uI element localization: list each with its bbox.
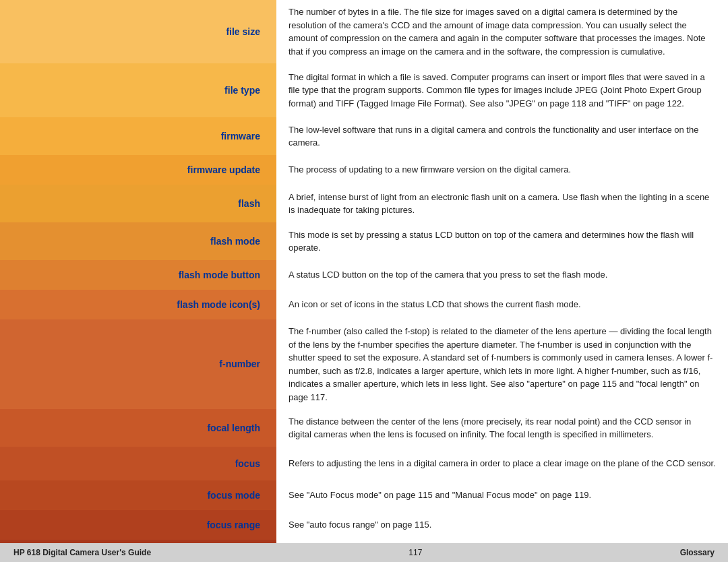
footer-left: HP 618 Digital Camera User's Guide bbox=[13, 548, 151, 557]
term-label-firmware: firmware bbox=[221, 130, 260, 142]
term-label-flash-mode-icons: flash mode icon(s) bbox=[177, 299, 260, 311]
definition-file-size: The number of bytes in a file. The file … bbox=[276, 0, 728, 63]
definition-focal-length: The distance between the center of the l… bbox=[276, 409, 728, 447]
sidebar-term-focal-length: focal length bbox=[0, 409, 276, 447]
footer-page-number: 117 bbox=[408, 548, 422, 557]
sidebar-term-firmware-update: firmware update bbox=[0, 155, 276, 185]
term-label-firmware-update: firmware update bbox=[187, 164, 260, 176]
definition-firmware-update: The process of updating to a new firmwar… bbox=[276, 155, 728, 185]
glossary-row-focus-range: focus rangeSee "auto focus range" on pag… bbox=[0, 510, 728, 540]
sidebar-term-focus-range: focus range bbox=[0, 510, 276, 540]
term-label-file-type: file type bbox=[224, 84, 260, 96]
sidebar-term-flash-mode: flash mode bbox=[0, 222, 276, 260]
term-label-focal-length: focal length bbox=[207, 422, 260, 434]
glossary-row-flash-mode-icons: flash mode icon(s)An icon or set of icon… bbox=[0, 290, 728, 319]
footer-right: Glossary bbox=[680, 548, 715, 557]
term-label-flash: flash bbox=[238, 197, 260, 210]
definition-flash: A brief, intense burst of light from an … bbox=[276, 185, 728, 222]
glossary-row-file-size: file sizeThe number of bytes in a file. … bbox=[0, 0, 728, 63]
term-label-focus: focus bbox=[235, 458, 260, 470]
glossary-row-file-type: file typeThe digital format in which a f… bbox=[0, 63, 728, 117]
definition-focus-range: See "auto focus range" on page 115. bbox=[276, 510, 728, 540]
page-footer: HP 618 Digital Camera User's Guide 117 G… bbox=[0, 543, 728, 562]
sidebar-term-flash-mode-button: flash mode button bbox=[0, 260, 276, 290]
glossary-row-focus: focusRefers to adjusting the lens in a d… bbox=[0, 447, 728, 480]
sidebar-term-file-size: file size bbox=[0, 0, 276, 63]
term-label-file-size: file size bbox=[226, 26, 260, 38]
sidebar-term-flash: flash bbox=[0, 185, 276, 222]
glossary-row-focal-length: focal lengthThe distance between the cen… bbox=[0, 409, 728, 447]
sidebar-term-focus-mode: focus mode bbox=[0, 480, 276, 510]
definition-focus: Refers to adjusting the lens in a digita… bbox=[276, 447, 728, 480]
definition-f-number: The f-number (also called the f-stop) is… bbox=[276, 319, 728, 409]
glossary-row-firmware: firmwareThe low-level software that runs… bbox=[0, 117, 728, 155]
glossary-row-flash: flashA brief, intense burst of light fro… bbox=[0, 185, 728, 222]
glossary-row-firmware-update: firmware updateThe process of updating t… bbox=[0, 155, 728, 185]
definition-flash-mode-icons: An icon or set of icons in the status LC… bbox=[276, 290, 728, 319]
sidebar-term-f-number: f-number bbox=[0, 319, 276, 409]
glossary-row-flash-mode-button: flash mode buttonA status LCD button on … bbox=[0, 260, 728, 290]
definition-file-type: The digital format in which a file is sa… bbox=[276, 63, 728, 117]
glossary-row-focus-mode: focus modeSee "Auto Focus mode" on page … bbox=[0, 480, 728, 510]
term-label-focus-range: focus range bbox=[207, 519, 260, 531]
definition-focus-mode: See "Auto Focus mode" on page 115 and "M… bbox=[276, 480, 728, 510]
term-label-f-number: f-number bbox=[219, 358, 260, 370]
definition-flash-mode-button: A status LCD button on the top of the ca… bbox=[276, 260, 728, 290]
glossary-row-f-number: f-numberThe f-number (also called the f-… bbox=[0, 319, 728, 409]
term-label-focus-mode: focus mode bbox=[207, 489, 260, 501]
sidebar-term-focus: focus bbox=[0, 447, 276, 480]
definition-firmware: The low-level software that runs in a di… bbox=[276, 117, 728, 155]
glossary-row-flash-mode: flash modeThis mode is set by pressing a… bbox=[0, 222, 728, 260]
sidebar-term-flash-mode-icons: flash mode icon(s) bbox=[0, 290, 276, 319]
term-label-flash-mode-button: flash mode button bbox=[179, 269, 260, 281]
definition-flash-mode: This mode is set by pressing a status LC… bbox=[276, 222, 728, 260]
term-label-flash-mode: flash mode bbox=[210, 235, 260, 247]
sidebar-term-file-type: file type bbox=[0, 63, 276, 117]
sidebar-term-firmware: firmware bbox=[0, 117, 276, 155]
